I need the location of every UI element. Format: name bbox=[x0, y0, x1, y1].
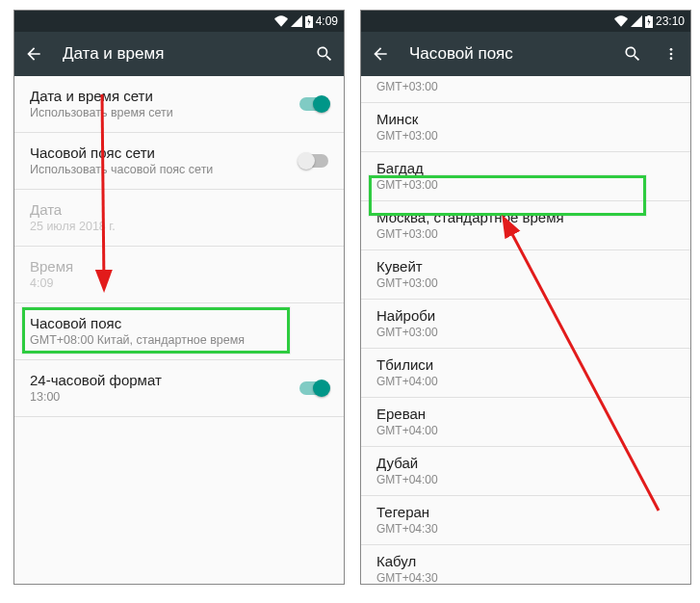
svg-point-5 bbox=[670, 53, 673, 56]
list-item[interactable]: КувейтGMT+03:00 bbox=[361, 250, 690, 300]
search-icon[interactable] bbox=[623, 44, 642, 64]
row-title: Часовой пояс bbox=[30, 315, 328, 331]
row-subtitle: 4:09 bbox=[30, 276, 328, 290]
appbar-title: Дата и время bbox=[63, 44, 164, 64]
row-title: Время bbox=[30, 258, 328, 275]
list-item-title: Ереван bbox=[376, 406, 675, 422]
list-item-subtitle: GMT+03:00 bbox=[376, 326, 675, 339]
list-item-subtitle: GMT+03:00 bbox=[376, 129, 675, 143]
list-item-title: Тбилиси bbox=[376, 356, 675, 373]
list-item-subtitle: GMT+03:00 bbox=[376, 227, 675, 241]
toggle-network-time[interactable] bbox=[299, 97, 328, 111]
search-icon[interactable] bbox=[315, 44, 334, 64]
row-title: 24-часовой формат bbox=[30, 372, 328, 388]
list-item-title: Минск bbox=[376, 111, 675, 127]
row-title: Часовой пояс сети bbox=[30, 144, 328, 161]
toggle-24h[interactable] bbox=[299, 381, 328, 395]
row-timezone[interactable]: Часовой пояс GMT+08:00 Китай, стандартно… bbox=[14, 303, 344, 360]
phone-settings-datetime: 4:09 Дата и время Дата и время сети Испо… bbox=[13, 10, 345, 585]
settings-list: Дата и время сети Использовать время сет… bbox=[14, 76, 344, 584]
list-item-subtitle: GMT+03:00 bbox=[376, 276, 675, 290]
overflow-icon[interactable] bbox=[661, 44, 681, 64]
list-item-title: Багдад bbox=[376, 160, 675, 176]
statusbar-time: 23:10 bbox=[656, 14, 685, 28]
list-item-title: Дубай bbox=[376, 455, 675, 471]
list-item-subtitle: GMT+04:00 bbox=[376, 375, 675, 388]
timezone-list[interactable]: GMT+03:00 МинскGMT+03:00БагдадGMT+03:00М… bbox=[361, 76, 690, 584]
wifi-icon bbox=[274, 15, 288, 27]
svg-point-4 bbox=[670, 48, 673, 51]
back-icon[interactable] bbox=[24, 44, 43, 64]
list-item-subtitle: GMT+03:00 bbox=[376, 178, 675, 192]
list-item-subtitle: GMT+04:00 bbox=[376, 473, 675, 486]
list-item[interactable]: КабулGMT+04:30 bbox=[361, 545, 690, 584]
statusbar: 4:09 bbox=[14, 11, 344, 32]
back-icon[interactable] bbox=[371, 44, 390, 64]
appbar: Часовой пояс bbox=[361, 32, 690, 76]
row-time: Время 4:09 bbox=[14, 247, 344, 303]
row-24h-format[interactable]: 24-часовой формат 13:00 bbox=[14, 360, 344, 417]
statusbar-time: 4:09 bbox=[316, 14, 338, 28]
appbar-title: Часовой пояс bbox=[409, 44, 513, 64]
battery-icon bbox=[305, 15, 313, 28]
list-item[interactable]: БагдадGMT+03:00 bbox=[361, 152, 690, 201]
list-item[interactable]: ТегеранGMT+04:30 bbox=[361, 496, 690, 545]
list-item-title: Кувейт bbox=[376, 258, 675, 275]
row-title: Дата и время сети bbox=[30, 88, 328, 104]
row-subtitle: 13:00 bbox=[30, 390, 328, 404]
row-subtitle: Использовать время сети bbox=[30, 106, 328, 119]
wifi-icon bbox=[614, 15, 628, 27]
list-item[interactable]: Москва, стандартное времяGMT+03:00 bbox=[361, 201, 690, 250]
list-item[interactable]: ЕреванGMT+04:00 bbox=[361, 398, 690, 447]
signal-icon bbox=[291, 15, 302, 27]
list-item-cutoff[interactable]: GMT+03:00 bbox=[361, 76, 690, 103]
svg-point-6 bbox=[670, 57, 673, 60]
list-item-subtitle: GMT+04:30 bbox=[376, 571, 675, 584]
list-item[interactable]: МинскGMT+03:00 bbox=[361, 103, 690, 152]
list-item[interactable]: НайробиGMT+03:00 bbox=[361, 300, 690, 349]
statusbar: 23:10 bbox=[361, 11, 690, 32]
list-item-subtitle: GMT+03:00 bbox=[376, 80, 675, 93]
row-subtitle: 25 июля 2018 г. bbox=[30, 220, 328, 233]
phone-timezone-picker: 23:10 Часовой пояс GMT+03:00 МинскGMT+03… bbox=[360, 10, 691, 585]
list-item-title: Москва, стандартное время bbox=[376, 209, 675, 225]
svg-rect-3 bbox=[647, 15, 650, 17]
list-item-title: Тегеран bbox=[376, 504, 675, 520]
list-item-subtitle: GMT+04:00 bbox=[376, 424, 675, 437]
row-title: Дата bbox=[30, 201, 328, 218]
list-item-title: Кабул bbox=[376, 553, 675, 569]
list-item[interactable]: ТбилисиGMT+04:00 bbox=[361, 349, 690, 398]
row-subtitle: GMT+08:00 Китай, стандартное время bbox=[30, 333, 328, 347]
toggle-network-timezone[interactable] bbox=[299, 154, 328, 168]
row-date: Дата 25 июля 2018 г. bbox=[14, 190, 344, 247]
svg-rect-1 bbox=[307, 15, 310, 17]
list-item-subtitle: GMT+04:30 bbox=[376, 522, 675, 536]
row-network-time[interactable]: Дата и время сети Использовать время сет… bbox=[14, 76, 344, 133]
list-item[interactable]: ДубайGMT+04:00 bbox=[361, 447, 690, 496]
row-network-timezone[interactable]: Часовой пояс сети Использовать часовой п… bbox=[14, 133, 344, 190]
signal-icon bbox=[631, 15, 642, 27]
row-subtitle: Использовать часовой пояс сети bbox=[30, 163, 328, 176]
appbar: Дата и время bbox=[14, 32, 344, 76]
list-item-title: Найроби bbox=[376, 307, 675, 324]
battery-icon bbox=[645, 15, 653, 28]
